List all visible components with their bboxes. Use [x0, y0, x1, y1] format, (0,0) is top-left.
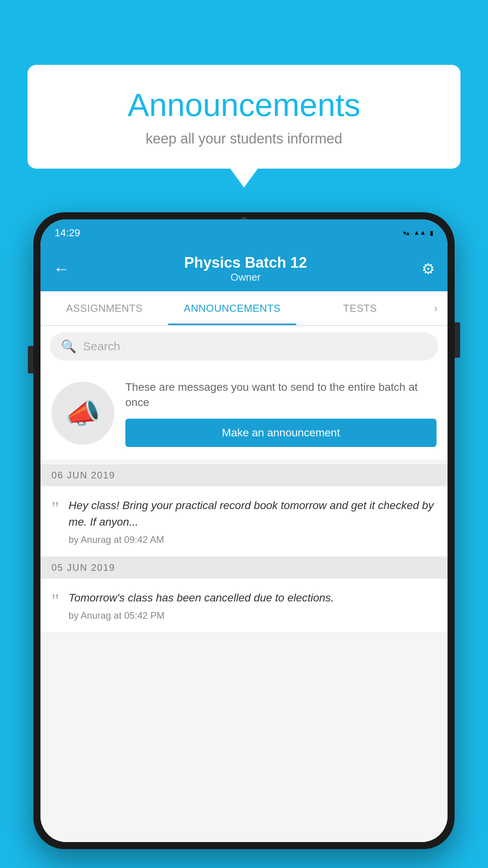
- announcement-meta-2: by Anurag at 05:42 PM: [69, 610, 437, 621]
- tab-more[interactable]: ›: [424, 291, 448, 325]
- phone-outer: 14:29 ▾▴ ▲▲ ▮ ← Physics Batch 12 Owner ⚙: [33, 212, 455, 849]
- app-header: ← Physics Batch 12 Owner ⚙: [40, 246, 448, 291]
- back-button[interactable]: ←: [53, 259, 70, 278]
- announcement-text-1: Hey class! Bring your practical record b…: [69, 497, 437, 530]
- tabs-bar: ASSIGNMENTS ANNOUNCEMENTS TESTS ›: [40, 291, 448, 326]
- announcement-item-2[interactable]: " Tomorrow's class has been cancelled du…: [40, 579, 448, 633]
- speech-bubble-container: Announcements keep all your students inf…: [28, 65, 460, 169]
- promo-icon-circle: 📣: [51, 382, 114, 445]
- tab-tests[interactable]: TESTS: [296, 291, 424, 325]
- tab-assignments[interactable]: ASSIGNMENTS: [40, 291, 168, 325]
- date-divider-1: 06 JUN 2019: [40, 464, 448, 486]
- status-icons: ▾▴ ▲▲ ▮: [403, 229, 433, 237]
- header-title-group: Physics Batch 12 Owner: [70, 254, 422, 283]
- content-area: 🔍 Search 📣 These are messages you want t…: [40, 326, 448, 842]
- quote-icon-1: ": [51, 499, 59, 518]
- tab-announcements[interactable]: ANNOUNCEMENTS: [168, 291, 296, 325]
- announcement-content-2: Tomorrow's class has been cancelled due …: [69, 590, 437, 621]
- announcement-item-1[interactable]: " Hey class! Bring your practical record…: [40, 486, 448, 557]
- promo-card: 📣 These are messages you want to send to…: [40, 367, 448, 460]
- phone-mockup: 14:29 ▾▴ ▲▲ ▮ ← Physics Batch 12 Owner ⚙: [33, 212, 455, 868]
- search-box[interactable]: 🔍 Search: [50, 332, 438, 360]
- speech-bubble: Announcements keep all your students inf…: [28, 65, 460, 169]
- phone-screen-content: ← Physics Batch 12 Owner ⚙ ASSIGNMENTS A…: [40, 246, 448, 842]
- date-divider-2: 05 JUN 2019: [40, 557, 448, 579]
- announcement-content-1: Hey class! Bring your practical record b…: [69, 497, 437, 545]
- announcement-meta-1: by Anurag at 09:42 AM: [69, 534, 437, 545]
- header-title: Physics Batch 12: [70, 254, 422, 271]
- promo-text-area: These are messages you want to send to t…: [125, 379, 437, 447]
- search-container: 🔍 Search: [40, 326, 448, 367]
- make-announcement-button[interactable]: Make an announcement: [125, 419, 437, 447]
- gear-icon[interactable]: ⚙: [422, 260, 435, 278]
- status-bar: 14:29 ▾▴ ▲▲ ▮: [40, 219, 448, 246]
- battery-icon: ▮: [430, 229, 433, 237]
- search-icon: 🔍: [61, 339, 77, 354]
- announcement-text-2: Tomorrow's class has been cancelled due …: [69, 590, 437, 606]
- status-time: 14:29: [55, 227, 80, 239]
- quote-icon-2: ": [51, 591, 59, 610]
- signal-icon: ▲▲: [413, 229, 426, 236]
- speech-bubble-subtitle: keep all your students informed: [51, 131, 437, 147]
- megaphone-icon: 📣: [65, 397, 101, 430]
- phone-inner: 14:29 ▾▴ ▲▲ ▮ ← Physics Batch 12 Owner ⚙: [40, 219, 448, 842]
- speech-bubble-title: Announcements: [51, 86, 437, 123]
- header-subtitle: Owner: [70, 271, 422, 283]
- promo-description: These are messages you want to send to t…: [125, 379, 437, 410]
- search-placeholder: Search: [83, 340, 120, 353]
- wifi-icon: ▾▴: [403, 229, 409, 237]
